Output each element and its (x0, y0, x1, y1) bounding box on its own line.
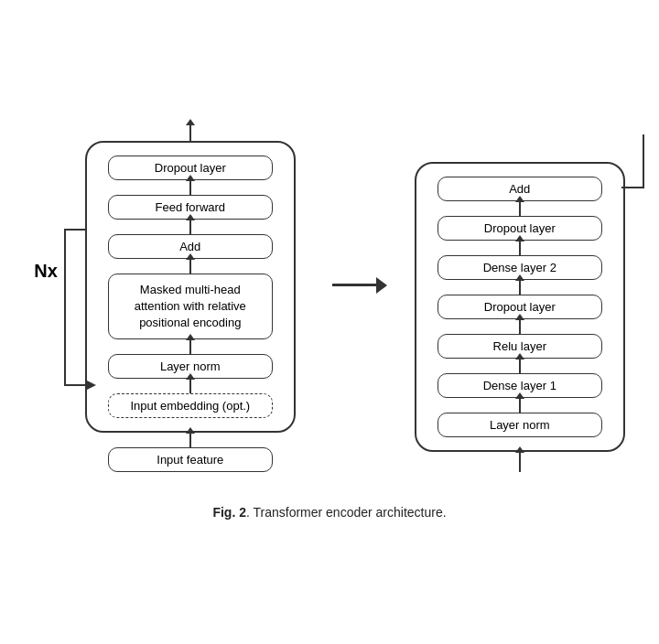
ff-arrow3 (519, 280, 521, 295)
svg-marker-3 (621, 188, 659, 200)
ff-top-feedback-svg (621, 162, 651, 217)
ff-bottom-arrow (519, 452, 521, 472)
encoder-bottom: Input feature (85, 433, 296, 472)
encoder-top-output (85, 124, 296, 141)
nx-label: Nx (34, 261, 58, 337)
ff-block: Add Dropout layer Dense layer 2 Dropout … (415, 162, 625, 452)
arrow-ff-to-add (189, 220, 191, 234)
encoder-block: Dropout layer Feed forward Add Masked mu… (85, 141, 296, 434)
connector-line (332, 284, 378, 286)
input-feature-box: Input feature (108, 447, 273, 472)
diagram-row: Nx Dropout layer (18, 124, 641, 473)
ff-arrow6 (519, 398, 521, 413)
ff-top-in-svg (621, 144, 651, 171)
arrow-add-to-attention (189, 259, 191, 274)
ff-layernorm-box: Layer norm (438, 413, 602, 437)
attention-box: Masked multi-head attention with relativ… (108, 274, 273, 340)
ff-arrow2 (519, 241, 521, 255)
input-embedding-box: Input embedding (opt.) (108, 393, 273, 418)
top-output-arrow (189, 124, 191, 141)
arrow-norm-to-emb (189, 379, 191, 393)
ff-block-wrapper: Add Dropout layer Dense layer 2 Dropout … (415, 162, 625, 472)
arrow-attention-to-norm (189, 339, 191, 354)
block-connector-arrow (332, 284, 378, 286)
ff-arrow4 (519, 319, 521, 334)
figure-caption: Fig. 2. Transformer encoder architecture… (212, 505, 446, 520)
arrow-emb-to-feat (189, 433, 191, 447)
ff-arrow5 (519, 359, 521, 373)
diagram-container: Nx Dropout layer (18, 124, 641, 521)
arrow-dropout-to-ff (189, 180, 191, 195)
ff-bottom-input (415, 452, 625, 472)
feedback-arrow-svg (58, 124, 89, 473)
encoder-block-wrapper: Dropout layer Feed forward Add Masked mu… (85, 124, 296, 473)
ff-arrow1 (519, 201, 521, 216)
